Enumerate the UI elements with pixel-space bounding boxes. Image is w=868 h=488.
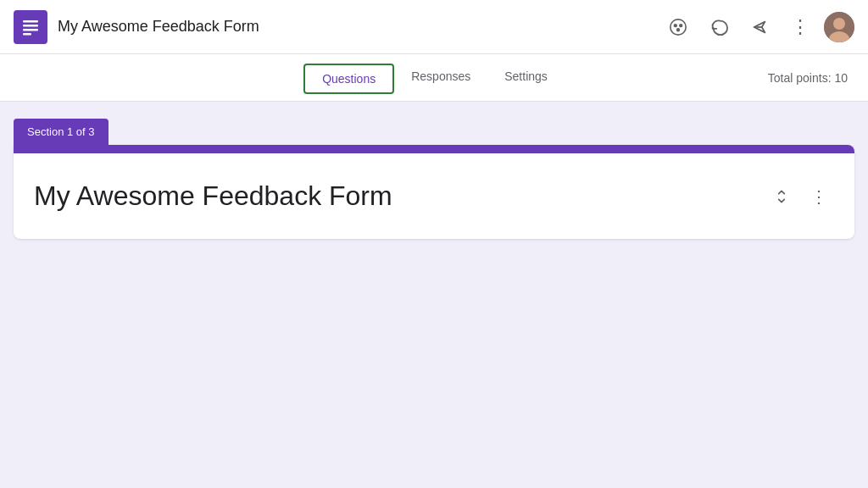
svg-point-5	[674, 24, 676, 26]
section-more-icon: ⋮	[810, 186, 827, 207]
svg-rect-3	[23, 33, 31, 36]
tab-settings[interactable]: Settings	[487, 54, 565, 102]
top-actions: ⋮	[661, 10, 854, 44]
palette-button[interactable]	[661, 10, 695, 44]
section-more-button[interactable]: ⋮	[804, 181, 834, 212]
section-card: My Awesome Feedback Form ⋮	[14, 145, 854, 239]
form-title: My Awesome Feedback Form	[58, 18, 661, 36]
tabs-container: Questions Responses Settings	[170, 54, 698, 102]
more-icon: ⋮	[791, 18, 810, 36]
tab-bar: Questions Responses Settings Total point…	[0, 54, 868, 102]
more-options-button[interactable]: ⋮	[783, 10, 817, 44]
svg-point-6	[680, 24, 682, 26]
tab-questions[interactable]: Questions	[303, 64, 394, 94]
svg-rect-0	[23, 20, 38, 23]
svg-point-4	[670, 19, 686, 34]
collapse-button[interactable]	[766, 181, 797, 212]
svg-rect-2	[23, 29, 38, 31]
svg-rect-1	[23, 25, 38, 27]
app-icon	[14, 10, 47, 44]
section-card-actions: ⋮	[766, 181, 834, 212]
avatar[interactable]	[824, 12, 854, 42]
send-button[interactable]	[743, 10, 776, 44]
total-points: Total points: 10	[768, 71, 848, 85]
main-content: Section 1 of 3 My Awesome Feedback Form …	[0, 102, 868, 488]
section-tab: Section 1 of 3	[14, 119, 108, 145]
section-form-title: My Awesome Feedback Form	[34, 180, 392, 212]
tab-responses[interactable]: Responses	[394, 54, 487, 102]
svg-point-7	[677, 28, 680, 30]
undo-button[interactable]	[702, 10, 736, 44]
top-bar: My Awesome Feedback Form ⋮	[0, 0, 868, 54]
svg-point-11	[833, 18, 845, 30]
